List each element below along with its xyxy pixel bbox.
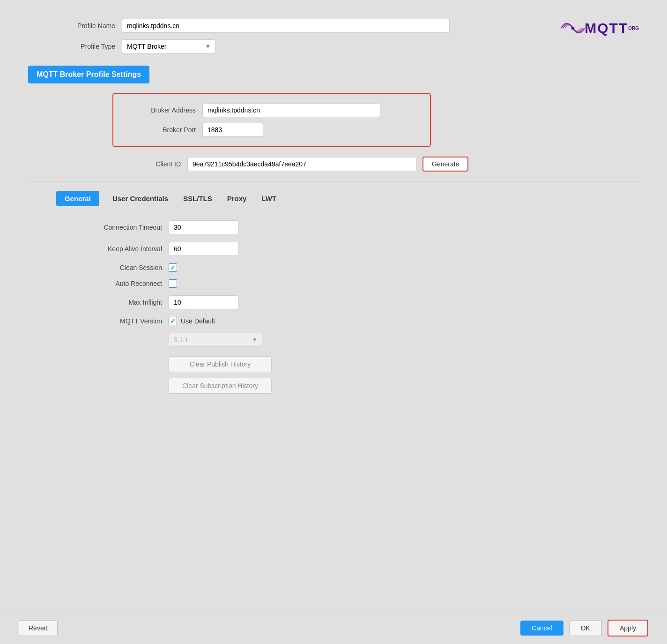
clean-session-checkmark: ✓	[170, 264, 176, 271]
broker-address-label: Broker Address	[127, 106, 202, 114]
auto-reconnect-checkbox[interactable]	[169, 279, 177, 288]
svg-point-0	[571, 27, 575, 30]
clear-subscription-button[interactable]: Clear Subscription History	[169, 378, 272, 394]
max-inflight-label: Max Inflight	[56, 299, 169, 306]
profile-type-select[interactable]: MQTT Broker MQTT Client	[122, 39, 215, 53]
tab-general[interactable]: General	[56, 191, 99, 206]
client-id-input[interactable]	[187, 157, 417, 171]
cancel-button[interactable]: Cancel	[520, 621, 563, 636]
auto-reconnect-label: Auto Reconnect	[56, 280, 169, 287]
general-settings: Connection Timeout Keep Alive Interval C…	[56, 220, 639, 394]
mqtt-version-label: MQTT Version	[56, 317, 169, 325]
broker-address-input[interactable]	[202, 103, 380, 117]
broker-settings-box: Broker Address Broker Port	[112, 93, 431, 147]
clean-session-label: Clean Session	[56, 264, 169, 271]
footer: Revert Cancel OK Apply	[0, 612, 667, 644]
tab-lwt[interactable]: LWT	[259, 191, 278, 206]
connection-timeout-label: Connection Timeout	[56, 224, 169, 231]
use-default-label: Use Default	[181, 317, 215, 325]
profile-name-input[interactable]	[122, 19, 450, 33]
client-id-label: Client ID	[112, 160, 187, 168]
broker-port-input[interactable]	[202, 123, 263, 137]
tab-proxy[interactable]: Proxy	[225, 191, 249, 206]
tab-ssl-tls[interactable]: SSL/TLS	[181, 191, 214, 206]
use-default-checkmark: ✓	[170, 317, 176, 325]
ok-button[interactable]: OK	[569, 620, 602, 636]
version-select-wrapper: 3.1.1	[169, 333, 262, 347]
generate-button[interactable]: Generate	[422, 157, 468, 172]
connection-timeout-input[interactable]	[169, 220, 239, 234]
profile-type-label: Profile Type	[28, 43, 122, 50]
client-id-row: Client ID Generate	[112, 157, 639, 172]
version-select[interactable]: 3.1.1	[169, 333, 262, 347]
apply-button[interactable]: Apply	[608, 620, 648, 637]
clear-publish-button[interactable]: Clear Publish History	[169, 356, 272, 372]
revert-button[interactable]: Revert	[19, 620, 58, 636]
mqtt-logo: MQTTORG	[561, 19, 639, 37]
use-default-checkbox[interactable]: ✓	[169, 317, 177, 325]
section-header: MQTT Broker Profile Settings	[28, 66, 149, 83]
mqtt-text: MQTT	[585, 20, 628, 36]
max-inflight-input[interactable]	[169, 295, 239, 309]
broker-port-label: Broker Port	[127, 126, 202, 134]
keep-alive-label: Keep Alive Interval	[56, 245, 169, 253]
footer-right: Cancel OK Apply	[520, 620, 648, 637]
profile-name-label: Profile Name	[28, 22, 122, 30]
tab-user-credentials[interactable]: User Credentials	[111, 191, 170, 206]
mqtt-org: ORG	[628, 26, 639, 31]
keep-alive-input[interactable]	[169, 242, 239, 256]
tabs-row: General User Credentials SSL/TLS Proxy L…	[56, 191, 639, 206]
clean-session-checkbox[interactable]: ✓	[169, 263, 177, 272]
